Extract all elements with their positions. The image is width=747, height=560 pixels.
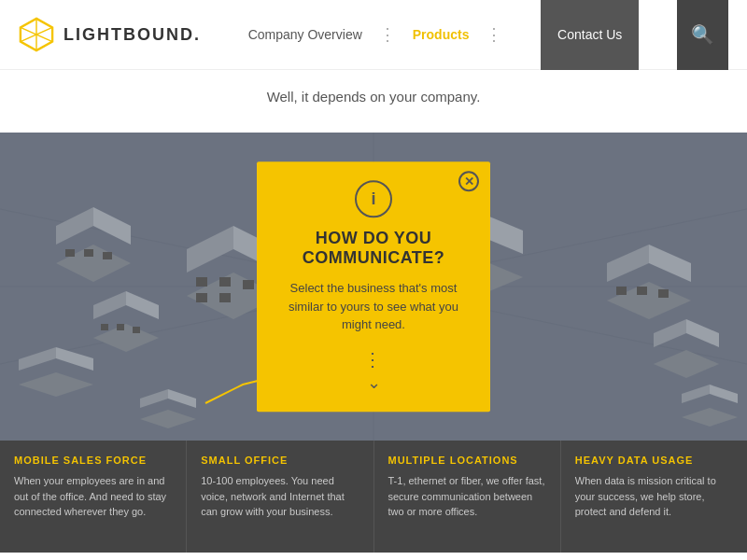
card-title-multiple: MULTIPLE LOCATIONS	[388, 455, 546, 466]
card-title-heavy: HEAVY DATA USAGE	[575, 455, 733, 466]
svg-rect-31	[219, 293, 231, 302]
svg-rect-13	[84, 249, 93, 257]
svg-rect-27	[196, 277, 207, 287]
svg-rect-43	[616, 287, 627, 295]
cards-section: MOBILE SALES FORCE When your employees a…	[0, 441, 747, 553]
modal-down-arrow[interactable]: ⌄	[367, 372, 381, 393]
header: LIGHTBOUND. Company Overview ⋮ Products …	[0, 0, 747, 70]
subtitle-bar: Well, it depends on your company.	[0, 70, 747, 133]
contact-us-button[interactable]: Contact Us	[541, 0, 639, 70]
modal-title: HOW DO YOU COMMUNICATE?	[303, 229, 445, 268]
search-icon: 🔍	[691, 23, 714, 46]
logo-icon	[19, 17, 54, 52]
nav-separator-2: ⋮	[486, 24, 502, 45]
info-modal: i ✕ HOW DO YOU COMMUNICATE? Select the b…	[257, 161, 490, 412]
svg-rect-18	[101, 324, 108, 330]
nav-products[interactable]: Products	[403, 22, 479, 47]
card-mobile-sales-force[interactable]: MOBILE SALES FORCE When your employees a…	[0, 441, 187, 553]
card-small-office[interactable]: SMALL OFFICE 10-100 employees. You need …	[187, 441, 374, 553]
svg-rect-44	[637, 287, 647, 295]
card-title-small: SMALL OFFICE	[201, 455, 359, 466]
svg-rect-30	[196, 293, 207, 302]
iso-section: i ✕ HOW DO YOU COMMUNICATE? Select the b…	[0, 133, 747, 441]
main-nav: Company Overview ⋮ Products ⋮	[239, 22, 503, 47]
svg-rect-12	[65, 249, 75, 257]
card-desc-mobile: When your employees are in and out of th…	[14, 473, 172, 520]
search-button[interactable]: 🔍	[677, 0, 728, 70]
svg-rect-29	[243, 280, 254, 289]
info-icon: i	[355, 180, 392, 217]
modal-body: Select the business that's most similar …	[280, 279, 467, 334]
card-title-mobile: MOBILE SALES FORCE	[14, 455, 172, 466]
logo-area: LIGHTBOUND.	[19, 17, 201, 52]
card-heavy-data[interactable]: HEAVY DATA USAGE When data is mission cr…	[561, 441, 747, 553]
svg-rect-19	[117, 324, 124, 330]
close-button[interactable]: ✕	[458, 171, 479, 191]
svg-rect-28	[219, 277, 231, 287]
subtitle-text: Well, it depends on your company.	[267, 89, 481, 105]
svg-rect-14	[103, 252, 112, 259]
card-desc-heavy: When data is mission critical to your su…	[575, 473, 733, 520]
logo-text: LIGHTBOUND.	[63, 25, 201, 45]
card-desc-multiple: T-1, ethernet or fiber, we offer fast, s…	[388, 473, 546, 520]
svg-rect-20	[133, 327, 140, 333]
modal-dots: ⋮	[363, 348, 385, 371]
card-desc-small: 10-100 employees. You need voice, networ…	[201, 473, 359, 520]
nav-separator-1: ⋮	[379, 24, 396, 45]
svg-rect-45	[658, 289, 669, 298]
card-multiple-locations[interactable]: MULTIPLE LOCATIONS T-1, ethernet or fibe…	[374, 441, 561, 553]
nav-company-overview[interactable]: Company Overview	[239, 22, 372, 47]
